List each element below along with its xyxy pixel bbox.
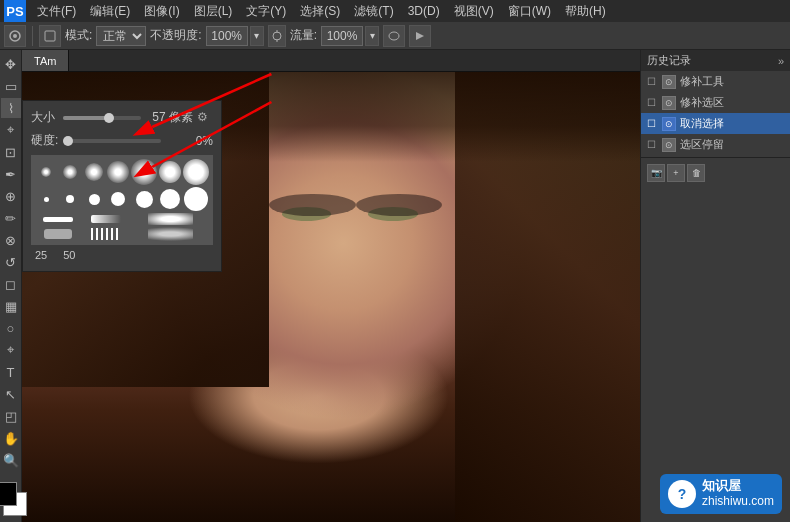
clone-source-btn[interactable] <box>409 25 431 47</box>
menu-image[interactable]: 图像(I) <box>137 1 186 22</box>
brush-preset-5[interactable] <box>131 159 157 185</box>
flow-dropdown-btn[interactable]: ▾ <box>365 26 379 46</box>
history-divider <box>641 157 790 158</box>
shape-tool[interactable]: ◰ <box>1 406 21 426</box>
brush-preset-18[interactable] <box>35 227 81 241</box>
brush-size-numbers: 25 50 <box>31 247 213 263</box>
menu-select[interactable]: 选择(S) <box>293 1 347 22</box>
brush-preset-btn[interactable] <box>4 25 26 47</box>
wand-tool[interactable]: ⌖ <box>1 120 21 140</box>
main-area: ✥ ▭ ⌇ ⌖ ⊡ ✒ ⊕ ✏ ⊗ ↺ ◻ ▦ ○ ⌖ T ↖ ◰ ✋ 🔍 大小 <box>0 50 790 522</box>
canvas-tab[interactable]: TAm <box>22 50 69 71</box>
dodge-tool[interactable]: ○ <box>1 318 21 338</box>
brush-preset-10[interactable] <box>83 187 105 211</box>
foreground-color[interactable] <box>0 482 17 506</box>
hardness-slider-track[interactable] <box>63 139 161 143</box>
zoom-tool[interactable]: 🔍 <box>1 450 21 470</box>
watermark-icon: ? <box>668 480 696 508</box>
menu-bar: PS 文件(F) 编辑(E) 图像(I) 图层(L) 文字(Y) 选择(S) 滤… <box>0 0 790 22</box>
flow-input[interactable] <box>321 26 363 46</box>
menu-edit[interactable]: 编辑(E) <box>83 1 137 22</box>
hand-tool[interactable]: ✋ <box>1 428 21 448</box>
eyedropper-tool[interactable]: ✒ <box>1 164 21 184</box>
tablet-pressure-btn[interactable] <box>383 25 405 47</box>
menu-help[interactable]: 帮助(H) <box>558 1 613 22</box>
menu-3d[interactable]: 3D(D) <box>401 2 447 20</box>
menu-file[interactable]: 文件(F) <box>30 1 83 22</box>
size-slider-track[interactable] <box>63 116 141 120</box>
toolbar-separator <box>32 26 33 46</box>
history-bottom-toolbar: 📷 + 🗑 <box>641 160 790 186</box>
history-icon-1: ⊙ <box>662 75 676 89</box>
pen-tool[interactable]: ⌖ <box>1 340 21 360</box>
history-panel-expand[interactable]: » <box>778 55 784 67</box>
brush-preset-4[interactable] <box>107 159 129 185</box>
tool-panel: ✥ ▭ ⌇ ⌖ ⊡ ✒ ⊕ ✏ ⊗ ↺ ◻ ▦ ○ ⌖ T ↖ ◰ ✋ 🔍 <box>0 50 22 522</box>
brush-preset-11[interactable] <box>107 187 129 211</box>
brush-preset-1[interactable] <box>35 159 57 185</box>
brush-tool[interactable]: ✏ <box>1 208 21 228</box>
history-icon-4: ⊙ <box>662 138 676 152</box>
airbrush-btn[interactable] <box>268 25 286 47</box>
brush-preset-17[interactable] <box>131 213 209 225</box>
svg-rect-2 <box>45 31 55 41</box>
opacity-dropdown-btn[interactable]: ▾ <box>250 26 264 46</box>
history-title: 历史记录 <box>647 53 691 68</box>
history-brush-tool[interactable]: ↺ <box>1 252 21 272</box>
history-icon-3: ⊙ <box>662 117 676 131</box>
move-tool[interactable]: ✥ <box>1 54 21 74</box>
brush-preset-3[interactable] <box>83 159 105 185</box>
brush-preset-20[interactable] <box>131 227 209 241</box>
crop-tool[interactable]: ⊡ <box>1 142 21 162</box>
menu-text[interactable]: 文字(Y) <box>239 1 293 22</box>
history-label-3: 取消选择 <box>680 116 724 131</box>
mode-label: 模式: <box>65 27 92 44</box>
brush-presets-grid <box>31 155 213 245</box>
heal-tool[interactable]: ⊕ <box>1 186 21 206</box>
type-tool[interactable]: T <box>1 362 21 382</box>
brush-preset-14[interactable] <box>183 187 209 211</box>
opacity-input[interactable] <box>206 26 248 46</box>
brush-preset-7[interactable] <box>183 159 209 185</box>
menu-view[interactable]: 视图(V) <box>447 1 501 22</box>
history-label-1: 修补工具 <box>680 74 724 89</box>
brush-options-panel: 大小 57 像素 ⚙ 硬度: 0% <box>22 100 222 272</box>
brush-preset-15[interactable] <box>35 213 81 225</box>
brush-preset-13[interactable] <box>159 187 181 211</box>
history-item-2[interactable]: ☐ ⊙ 修补选区 <box>641 92 790 113</box>
menu-window[interactable]: 窗口(W) <box>501 1 558 22</box>
create-layer-btn[interactable]: + <box>667 164 685 182</box>
lasso-tool[interactable]: ⌇ <box>1 98 21 118</box>
svg-marker-7 <box>416 32 424 40</box>
brush-preset-2[interactable] <box>59 159 81 185</box>
history-check-1: ☐ <box>647 76 656 87</box>
gradient-tool[interactable]: ▦ <box>1 296 21 316</box>
brush-preset-9[interactable] <box>59 187 81 211</box>
brush-preset-19[interactable] <box>83 227 129 241</box>
menu-layer[interactable]: 图层(L) <box>187 1 240 22</box>
menu-filter[interactable]: 滤镜(T) <box>347 1 400 22</box>
history-item-1[interactable]: ☐ ⊙ 修补工具 <box>641 71 790 92</box>
tool-mode-btn[interactable] <box>39 25 61 47</box>
delete-history-btn[interactable]: 🗑 <box>687 164 705 182</box>
brush-preset-6[interactable] <box>159 159 181 185</box>
marquee-tool[interactable]: ▭ <box>1 76 21 96</box>
history-item-4[interactable]: ☐ ⊙ 选区停留 <box>641 134 790 155</box>
svg-point-1 <box>13 34 17 38</box>
watermark-site-url: zhishiwu.com <box>702 494 774 510</box>
brush-preset-8[interactable] <box>35 187 57 211</box>
clone-tool[interactable]: ⊗ <box>1 230 21 250</box>
size-row: 大小 57 像素 ⚙ <box>31 109 213 126</box>
eraser-tool[interactable]: ◻ <box>1 274 21 294</box>
flow-label: 流量: <box>290 27 317 44</box>
svg-point-3 <box>273 32 281 40</box>
history-item-3[interactable]: ☐ ⊙ 取消选择 <box>641 113 790 134</box>
path-select-tool[interactable]: ↖ <box>1 384 21 404</box>
mode-select[interactable]: 正常 <box>96 26 146 46</box>
options-toolbar: 模式: 正常 不透明度: ▾ 流量: ▾ <box>0 22 790 50</box>
size-gear-icon[interactable]: ⚙ <box>197 110 213 126</box>
new-snapshot-btn[interactable]: 📷 <box>647 164 665 182</box>
opacity-label: 不透明度: <box>150 27 201 44</box>
brush-preset-16[interactable] <box>83 213 129 225</box>
brush-preset-12[interactable] <box>131 187 157 211</box>
